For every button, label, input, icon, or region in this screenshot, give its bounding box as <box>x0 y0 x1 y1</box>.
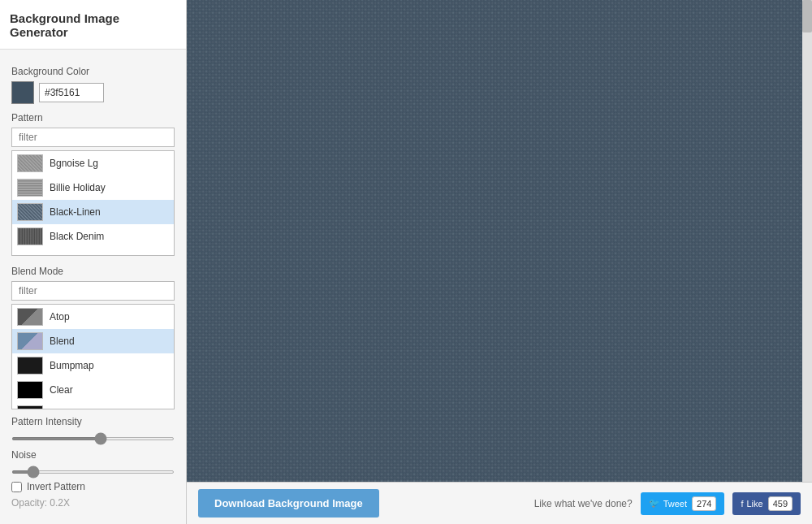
preview-area <box>187 0 812 482</box>
blend-label-color-burn: Color Burn <box>50 409 96 409</box>
blend-list[interactable]: Atop Blend Bumpmap Clear Color Burn <box>11 304 175 409</box>
pattern-thumb-black-denim <box>17 227 43 245</box>
sidebar: Background Image Generator Background Co… <box>0 0 187 524</box>
pattern-label: Pattern <box>11 112 175 123</box>
social-text: Like what we've done? <box>534 498 633 509</box>
app-title: Background Image Generator <box>0 0 186 50</box>
bottom-bar: Download Background Image Like what we'v… <box>187 482 812 524</box>
social-area: Like what we've done? 🐦 Tweet 274 f Like… <box>534 492 801 515</box>
pattern-thumb-billie-holiday <box>17 179 43 197</box>
facebook-icon: f <box>741 499 743 509</box>
twitter-icon: 🐦 <box>649 498 660 509</box>
like-button[interactable]: f Like 459 <box>732 492 801 515</box>
tweet-label: Tweet <box>663 499 687 509</box>
blend-item-color-burn[interactable]: Color Burn <box>12 402 174 409</box>
pattern-thumb-black-linen <box>17 203 43 221</box>
color-input-row <box>11 81 175 104</box>
blend-thumb-color-burn <box>17 405 43 409</box>
blend-label-blend: Blend <box>50 336 75 347</box>
tweet-count: 274 <box>692 496 716 511</box>
pattern-item-bgnoise-lg[interactable]: Bgnoise Lg <box>12 151 174 175</box>
noise-label: Noise <box>11 449 175 461</box>
blend-item-bumpmap[interactable]: Bumpmap <box>12 353 174 378</box>
color-text-input[interactable] <box>39 83 104 102</box>
noise-section: Noise <box>11 449 175 476</box>
pattern-item-black-denim[interactable]: Black Denim <box>12 224 174 249</box>
opacity-label: Opacity: 0.2X <box>11 497 175 509</box>
blend-thumb-blend <box>17 332 43 350</box>
invert-pattern-checkbox[interactable] <box>11 482 22 492</box>
blend-item-blend[interactable]: Blend <box>12 329 174 353</box>
pattern-label-black-denim: Black Denim <box>50 231 104 242</box>
blend-thumb-bumpmap <box>17 357 43 375</box>
blend-thumb-clear <box>17 381 43 399</box>
main-area: Download Background Image Like what we'v… <box>187 0 812 524</box>
blend-label-clear: Clear <box>50 384 73 396</box>
pattern-item-black-linen[interactable]: Black-Linen <box>12 200 174 224</box>
pattern-filter-input[interactable] <box>11 128 175 147</box>
invert-pattern-row: Invert Pattern <box>11 481 175 492</box>
noise-slider[interactable] <box>11 470 175 474</box>
background-color-label: Background Color <box>11 66 175 77</box>
color-swatch[interactable] <box>11 81 34 104</box>
like-count: 459 <box>768 496 793 511</box>
blend-label-bumpmap: Bumpmap <box>50 360 94 371</box>
pattern-list[interactable]: Bgnoise Lg Billie Holiday Black-Linen Bl… <box>11 150 175 256</box>
main-scroll-thumb[interactable] <box>802 0 812 32</box>
like-label: Like <box>746 499 762 509</box>
pattern-intensity-label: Pattern Intensity <box>11 416 175 427</box>
blend-filter-input[interactable] <box>11 281 175 301</box>
blend-item-atop[interactable]: Atop <box>12 305 174 329</box>
app-container: Background Image Generator Background Co… <box>0 0 812 524</box>
pattern-label-black-linen: Black-Linen <box>50 206 101 218</box>
preview-canvas <box>187 0 812 482</box>
pattern-label-bgnoise-lg: Bgnoise Lg <box>50 158 98 169</box>
main-scrollbar[interactable] <box>802 0 812 482</box>
tweet-button[interactable]: 🐦 Tweet 274 <box>641 492 725 515</box>
pattern-thumb-bgnoise-lg <box>17 154 43 172</box>
blend-item-clear[interactable]: Clear <box>12 378 174 402</box>
pattern-item-billie-holiday[interactable]: Billie Holiday <box>12 175 174 200</box>
blend-label-atop: Atop <box>50 311 70 323</box>
sidebar-content: Background Color Pattern Bgnoise Lg Bill… <box>0 50 186 524</box>
pattern-intensity-slider[interactable] <box>11 437 175 440</box>
invert-pattern-label[interactable]: Invert Pattern <box>27 481 85 492</box>
pattern-intensity-section: Pattern Intensity <box>11 416 175 443</box>
download-button[interactable]: Download Background Image <box>198 489 379 518</box>
blend-thumb-atop <box>17 308 43 326</box>
blend-mode-label: Blend Mode <box>11 266 175 277</box>
pattern-label-billie-holiday: Billie Holiday <box>50 182 106 193</box>
